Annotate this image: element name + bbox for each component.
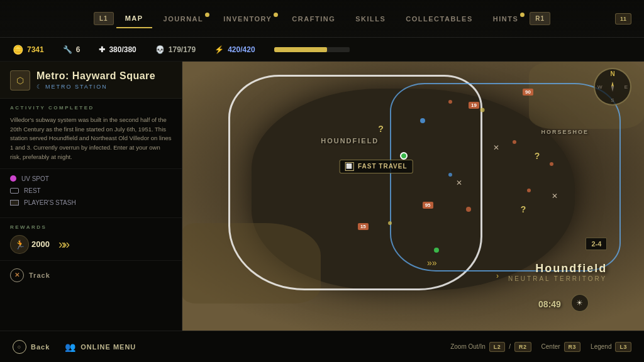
skulls-display: 💀 179/179 [155,45,196,54]
map-badge-1: 19 [469,102,479,109]
tab-inventory[interactable]: INVENTORY [214,10,280,28]
top-nav-bar: L1 MAP JOURNAL INVENTORY CRAFTING SKILLS… [0,0,644,38]
zoom-sep: / [509,343,511,350]
enemy-marker-1 [513,140,516,144]
enemy-marker-3 [527,189,531,192]
point-of-interest-5 [388,221,392,225]
location-info: Metro: Hayward Square ☾ METRO STATION [36,70,155,90]
metro-icon: ⬡ [10,70,30,90]
back-circle-btn: ○ [13,340,26,354]
zoom-hint: Zoom Out/In L2 / R2 [450,342,531,352]
tab-skills[interactable]: SKILLS [347,10,394,28]
back-button[interactable]: ○ Back [13,340,50,354]
enemy-marker-2 [550,162,553,166]
health-icon: ✚ [99,45,105,54]
rewards-section: REWARDS 🏃 2000 »» [0,218,182,261]
arrows-reward: »» [58,237,67,251]
activity-section: ACTIVITY COMPLETED Villedor's subway sys… [0,99,182,169]
currency-display: 🪙 7341 [13,45,44,55]
map-area[interactable]: HOUNDFIELD HORSESHOE ? ? ? ✕ ✕ ✕ 19 90 9… [182,62,644,331]
xp-icon: 🏃 [10,235,29,254]
description-text: Villedor's subway system was built in th… [10,116,172,162]
unknown-marker-3: ? [521,204,526,214]
point-of-interest-2 [480,108,485,112]
unknown-marker-2: ? [535,151,540,161]
reward-amount: 2000 [31,239,50,249]
stamina-bar [274,47,350,52]
map-badge-2: 90 [523,89,533,96]
point-of-interest-6 [434,248,439,253]
stash-item: PLAYER'S STASH [10,199,172,206]
ammo-icon: 🔧 [63,45,72,54]
rewards-label: REWARDS [10,224,172,230]
uv-icon [10,175,16,182]
status-bar: 🪙 7341 🔧 6 ✚ 380/380 💀 179/179 ⚡ 420/420 [0,38,644,62]
map-badge-3: 95 [423,202,433,209]
zoom-btn-r2: R2 [514,342,531,352]
tab-journal[interactable]: JOURNAL [155,10,213,28]
center-hint: Center R3 [541,342,581,352]
uv-spot-item: UV SPOT [10,175,172,182]
map-badge-4: 15 [358,223,369,230]
point-of-interest-3 [448,173,452,177]
compass-west: W [597,84,602,90]
region-houndfield: HOUNDFIELD [321,137,379,145]
fast-travel-marker[interactable]: ⬜ FAST TRAVEL [340,160,413,173]
tab-map[interactable]: MAP [116,9,152,28]
point-of-interest-4 [466,207,471,212]
arrows-icon: »» [58,237,67,251]
tab-crafting[interactable]: CRAFTING [283,10,344,28]
compass: N S E W [594,68,631,106]
ft-icon: ⬜ [345,162,354,171]
hints-badge [520,13,525,17]
online-menu-label: ONLINE MENU [80,343,136,351]
track-button[interactable]: ✕ Track [10,268,172,282]
houndfield-label: Houndfield NEUTRAL TERRITORY [508,262,607,282]
cross-marker-1: ✕ [493,143,499,152]
tab-collectables[interactable]: COLLECTABLES [397,10,481,28]
zoom-hint-label: Zoom Out/In [450,343,486,350]
lightning-display: ⚡ 420/420 [214,45,255,54]
cross-marker-2: ✕ [456,178,462,187]
center-hint-label: Center [541,343,560,350]
compass-ring: N S E W [594,68,631,106]
compass-south: S [611,97,614,103]
moon-icon: ☾ [36,84,43,90]
enemy-marker-4 [448,100,452,104]
xp-reward: 🏃 2000 [10,235,50,254]
fast-travel-label: FAST TRAVEL [358,163,408,170]
player-marker [400,152,408,160]
people-icon: 👥 [65,342,76,352]
compass-east: E [625,84,628,90]
ammo-value: 6 [76,45,80,54]
tab-hints[interactable]: HINTS [484,10,528,28]
health-display: ✚ 380/380 [99,45,136,54]
features-row: UV SPOT REST PLAYER'S STASH [0,169,182,218]
location-title: Metro: Hayward Square [36,70,155,82]
ammo-display: 🔧 6 [63,45,80,54]
stash-icon [10,200,19,206]
left-trigger-btn[interactable]: L1 [94,12,114,25]
map-icon-btn[interactable]: 11 [615,13,631,25]
right-trigger-btn[interactable]: R1 [530,12,550,25]
rest-item: REST [10,187,172,194]
location-header: ⬡ Metro: Hayward Square ☾ METRO STATION [0,62,182,99]
lightning-value: 420/420 [228,45,255,54]
currency-icon: 🪙 [13,45,23,55]
cross-icon: ✕ [14,272,20,278]
unknown-marker-1: ? [378,124,384,134]
location-type: ☾ METRO STATION [36,84,155,90]
back-label: Back [31,343,50,351]
skull-icon: 💀 [155,45,165,54]
journal-badge [205,13,209,17]
compass-north: N [610,70,614,77]
left-panel: ⬡ Metro: Hayward Square ☾ METRO STATION … [0,62,182,331]
point-of-interest-1 [420,118,425,123]
map-arrows-icon: »» [427,258,437,268]
level-badge: 2-4 [586,238,607,250]
bottom-bar: ○ Back 👥 ONLINE MENU Zoom Out/In L2 / R2… [0,331,644,362]
track-label: Track [29,272,50,279]
activity-label: ACTIVITY COMPLETED [10,105,172,111]
online-menu-button[interactable]: 👥 ONLINE MENU [65,342,136,352]
legend-hint-label: Legend [591,343,611,350]
